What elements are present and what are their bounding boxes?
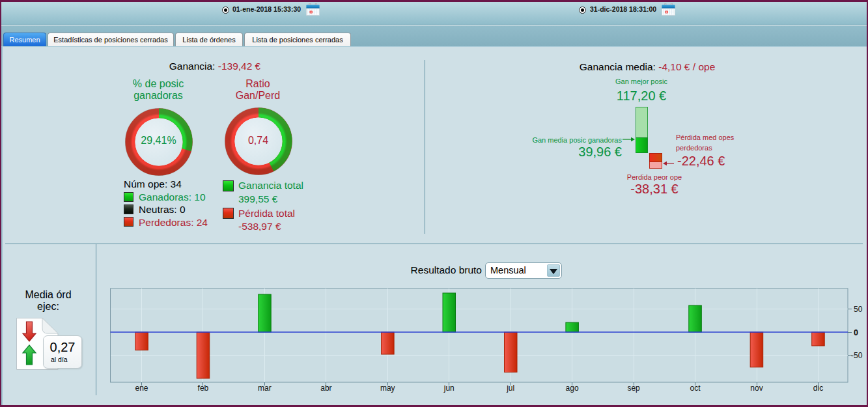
svg-text:nov: nov <box>750 384 763 393</box>
svg-text:dic: dic <box>813 384 823 393</box>
svg-text:jun: jun <box>443 384 455 393</box>
svg-text:sep: sep <box>627 384 640 393</box>
svg-text:-50: -50 <box>851 351 863 360</box>
svg-text:50: 50 <box>854 305 863 314</box>
svg-text:ene: ene <box>135 384 148 393</box>
svg-text:abr: abr <box>320 384 331 393</box>
svg-text:mar: mar <box>258 384 272 393</box>
svg-text:jul: jul <box>506 384 514 393</box>
svg-text:oct: oct <box>690 384 701 393</box>
svg-text:ago: ago <box>566 384 579 393</box>
svg-text:may: may <box>380 384 395 393</box>
svg-text:0: 0 <box>854 328 858 337</box>
svg-text:feb: feb <box>198 384 209 393</box>
